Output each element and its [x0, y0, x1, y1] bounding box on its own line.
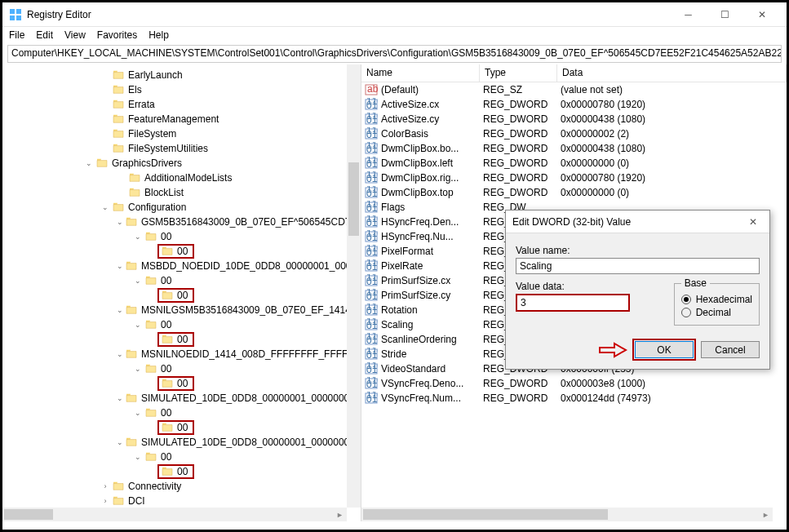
chevron-down-icon[interactable]: ⌄ [133, 277, 143, 285]
regedit-icon [9, 8, 22, 21]
tree-item[interactable]: Errata [2, 97, 361, 112]
tree-item[interactable]: ⌄00 [2, 317, 361, 332]
list-row[interactable]: 110011VSyncFreq.Deno...REG_DWORD0x000003… [361, 376, 787, 391]
tree-item-label: FileSystemUtilities [128, 143, 208, 154]
dword-value-icon: 110011 [365, 201, 378, 214]
radio-hexadecimal[interactable]: Hexadecimal [681, 294, 752, 305]
menu-view[interactable]: View [64, 29, 86, 41]
menu-help[interactable]: Help [148, 29, 169, 41]
minimize-button[interactable]: ─ [670, 3, 707, 26]
chevron-down-icon[interactable]: ⌄ [117, 218, 123, 226]
tree-item[interactable]: ⌄MSNILGSM5B3516843009_0B_07E0_EF_1414_00… [2, 303, 361, 317]
col-type[interactable]: Type [480, 64, 557, 82]
list-header[interactable]: Name Type Data [361, 64, 787, 82]
chevron-down-icon[interactable]: ⌄ [133, 409, 143, 417]
tree-item-label: GraphicsDrivers [112, 157, 182, 169]
dword-value-icon: 110011 [365, 113, 378, 126]
tree-item[interactable]: ⌄Configuration [2, 200, 361, 215]
tree-item[interactable]: ⌄SIMULATED_10DE_0DD8_00000001_00000000_1… [2, 435, 361, 450]
dword-value-icon: 110011 [365, 230, 378, 243]
col-data[interactable]: Data [557, 64, 787, 82]
tree-item[interactable]: 00 [2, 420, 361, 435]
chevron-down-icon[interactable]: ⌄ [133, 321, 143, 329]
svg-text:011: 011 [366, 144, 378, 155]
list-row[interactable]: 110011VSyncFreq.Num...REG_DWORD0x000124d… [361, 391, 787, 406]
tree-item[interactable]: ⌄GSM5B3516843009_0B_07E0_EF^506545CD7EE5… [2, 215, 361, 229]
chevron-down-icon[interactable]: ⌄ [117, 306, 123, 314]
list-row[interactable]: 110011ActiveSize.cxREG_DWORD0x00000780 (… [361, 97, 787, 112]
svg-text:011: 011 [366, 305, 378, 317]
tree-item[interactable]: 00 [2, 288, 361, 303]
chevron-down-icon[interactable]: ⌄ [117, 394, 123, 402]
chevron-down-icon[interactable]: ⌄ [133, 233, 143, 241]
value-data: 0x000003e8 (1000) [561, 378, 787, 389]
dword-value-icon: 110011 [365, 142, 378, 155]
tree-item[interactable]: ⌄MSBDD_NOEDID_10DE_0DD8_00000001_0000000… [2, 259, 361, 273]
tree-item[interactable]: ⌄00 [2, 273, 361, 288]
tree-item[interactable]: ⌄MSNILNOEDID_1414_008D_FFFFFFFF_FFFFFFFF… [2, 347, 361, 361]
folder-icon [161, 246, 174, 257]
tree-scrollbar-h[interactable]: ◄► [2, 508, 347, 521]
chevron-down-icon[interactable]: ⌄ [100, 203, 110, 211]
list-row[interactable]: 110011DwmClipBox.bo...REG_DWORD0x0000043… [361, 141, 787, 156]
menu-file[interactable]: File [9, 29, 24, 41]
value-type: REG_DWORD [483, 157, 561, 169]
col-name[interactable]: Name [361, 64, 480, 82]
list-scrollbar-h[interactable]: ◄► [361, 508, 773, 521]
value-name-input[interactable] [516, 258, 760, 274]
tree-item[interactable]: ⌄00 [2, 229, 361, 244]
value-data-input[interactable] [516, 294, 630, 312]
tree-item[interactable]: ⌄00 [2, 406, 361, 420]
chevron-down-icon[interactable]: ⌄ [117, 438, 123, 446]
tree-item[interactable]: ⌄00 [2, 361, 361, 376]
tree-item[interactable]: Els [2, 82, 361, 97]
folder-icon [144, 319, 157, 330]
tree-item[interactable]: 00 [2, 244, 361, 259]
tree-item[interactable]: ›Connectivity [2, 479, 361, 494]
menu-favorites[interactable]: Favorites [97, 29, 137, 41]
dword-value-icon: 110011 [365, 98, 378, 111]
radio-decimal[interactable]: Decimal [681, 307, 752, 318]
list-row[interactable]: 110011ColorBasisREG_DWORD0x00000002 (2) [361, 126, 787, 141]
tree-item[interactable]: FeatureManagement [2, 112, 361, 126]
tree-item-label: AdditionalModeLists [144, 172, 232, 184]
tree-item[interactable]: ⌄GraphicsDrivers [2, 156, 361, 171]
chevron-down-icon[interactable]: ⌄ [133, 365, 143, 373]
folder-icon [125, 304, 138, 316]
tree-scrollbar-v[interactable] [347, 64, 361, 508]
close-button[interactable]: ✕ [743, 3, 780, 26]
tree-item[interactable]: BlockList [2, 185, 361, 200]
tree-item[interactable]: ⌄SIMULATED_10DE_0DD8_00000001_00000000_1… [2, 391, 361, 406]
folder-icon [112, 128, 125, 140]
folder-icon [161, 378, 174, 389]
chevron-down-icon[interactable]: ⌄ [133, 453, 143, 461]
folder-icon [112, 113, 125, 125]
list-row[interactable]: 110011DwmClipBox.leftREG_DWORD0x00000000… [361, 156, 787, 171]
chevron-right-icon[interactable]: › [100, 497, 110, 505]
menu-edit[interactable]: Edit [36, 29, 53, 41]
address-bar[interactable]: Computer\HKEY_LOCAL_MACHINE\SYSTEM\Contr… [7, 45, 782, 63]
dialog-close-icon[interactable]: ✕ [743, 216, 763, 228]
tree-item[interactable]: 00 [2, 464, 361, 479]
value-name: PrimSurfSize.cy [381, 290, 483, 301]
list-row[interactable]: 110011DwmClipBox.topREG_DWORD0x00000000 … [361, 185, 787, 200]
maximize-button[interactable]: ☐ [707, 3, 743, 26]
cancel-button[interactable]: Cancel [701, 341, 760, 358]
tree-item-label: SIMULATED_10DE_0DD8_00000001_00000000_13… [141, 437, 361, 448]
tree-item[interactable]: AdditionalModeLists [2, 171, 361, 185]
list-row[interactable]: 110011ActiveSize.cyREG_DWORD0x00000438 (… [361, 112, 787, 126]
tree-item[interactable]: EarlyLaunch [2, 68, 361, 82]
tree-item[interactable]: 00 [2, 376, 361, 391]
list-row[interactable]: ab(Default)REG_SZ(value not set) [361, 82, 787, 97]
tree-item[interactable]: FileSystem [2, 126, 361, 141]
chevron-down-icon[interactable]: ⌄ [84, 159, 94, 167]
chevron-right-icon[interactable]: › [100, 482, 110, 490]
list-row[interactable]: 110011DwmClipBox.rig...REG_DWORD0x000007… [361, 171, 787, 185]
tree-item[interactable]: 00 [2, 332, 361, 347]
tree-item[interactable]: ›DCI [2, 494, 361, 508]
ok-button[interactable]: OK [635, 341, 694, 358]
chevron-down-icon[interactable]: ⌄ [117, 262, 123, 270]
tree-item[interactable]: ⌄00 [2, 450, 361, 464]
tree-item[interactable]: FileSystemUtilities [2, 141, 361, 156]
chevron-down-icon[interactable]: ⌄ [117, 350, 123, 358]
